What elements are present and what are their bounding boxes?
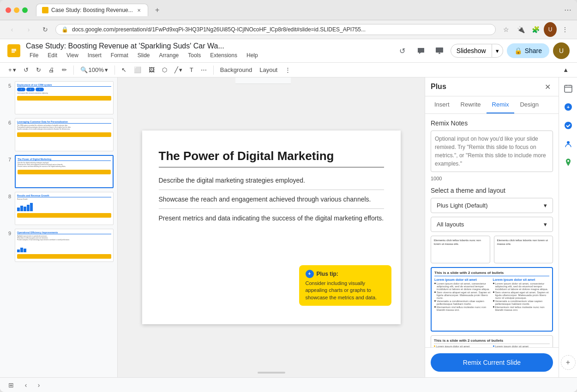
maximize-traffic-light[interactable]	[22, 7, 28, 13]
menu-insert[interactable]: Insert	[84, 51, 105, 59]
slide-item-8[interactable]: 8 Results and Revenue Growth Revenue Gro…	[4, 192, 114, 225]
forward-button[interactable]: ›	[22, 23, 35, 36]
menu-view[interactable]: View	[63, 51, 82, 59]
slide-bullet-1[interactable]: Describe the digital marketing strategie…	[159, 177, 384, 184]
extension2-button[interactable]: 🧩	[529, 23, 542, 36]
new-tab-button[interactable]: +	[152, 5, 163, 16]
slide-bullet-3[interactable]: Present metrics and data indicating the …	[159, 214, 384, 222]
menu-format[interactable]: Format	[107, 51, 132, 59]
layout-card-3[interactable]: This is a slide with 2 columns of bullet…	[431, 335, 553, 347]
sidebar-add-icon[interactable]: +	[561, 355, 576, 370]
cursor-tool-button[interactable]: ↖	[119, 65, 129, 75]
layout-card-1[interactable]: Elementu click tellus lobortis nunc non …	[431, 236, 490, 263]
menu-slide[interactable]: Slide	[134, 51, 154, 59]
panel-bottom: Remix Current Slide	[425, 347, 559, 377]
more-tools-button[interactable]: ⋯	[198, 65, 210, 75]
tab-remix[interactable]: Remix	[487, 96, 515, 113]
textbox-tool-button[interactable]: T	[187, 65, 196, 75]
shape-tool-button[interactable]: ⬡	[159, 65, 170, 75]
slide-item-5[interactable]: 5 Deployment of our CRM system 1 2 3 Lor…	[4, 81, 114, 114]
tab-insert[interactable]: Insert	[429, 96, 455, 113]
redo-button[interactable]: ↻	[33, 65, 44, 75]
present-button[interactable]	[432, 43, 447, 58]
next-slide-button[interactable]: ›	[33, 380, 44, 391]
slideshow-button[interactable]: Slideshow	[451, 44, 492, 58]
image-tool-button[interactable]: 🖼	[146, 65, 157, 75]
slide-item-6[interactable]: 6 Leveraging Customer Data for Personali…	[4, 118, 114, 151]
image-icon: 🖼	[149, 66, 155, 73]
slide-panel[interactable]: 5 Deployment of our CRM system 1 2 3 Lor…	[0, 77, 118, 377]
zoom-button[interactable]: 🔍 100% ▾	[78, 65, 111, 75]
tab-rewrite[interactable]: Rewrite	[455, 96, 487, 113]
panel-content: Remix Notes 1000 Select a theme and layo…	[425, 114, 559, 347]
address-bar[interactable]: 🔒 docs.google.com/presentation/d/1FwPd9x…	[55, 24, 496, 35]
tab-design[interactable]: Design	[514, 96, 544, 113]
slide-thumb-9[interactable]: Operational Efficiency Improvements High…	[15, 229, 114, 262]
sidebar-person-icon[interactable]	[561, 137, 576, 151]
sidebar-notification-icon[interactable]: +	[561, 100, 576, 114]
menu-help[interactable]: Help	[243, 51, 262, 59]
minimize-traffic-light[interactable]	[14, 7, 19, 13]
slide-item-9[interactable]: 9 Operational Efficiency Improvements Hi…	[4, 229, 114, 262]
more-options-toolbar-button[interactable]: ⋮	[282, 65, 294, 75]
profile-menu-button[interactable]: U	[544, 23, 557, 36]
layout-button[interactable]: Layout	[257, 65, 280, 75]
comment-button[interactable]	[414, 43, 428, 58]
remix-notes-textarea[interactable]	[431, 131, 553, 172]
paint-button[interactable]: ✏	[59, 65, 70, 75]
menu-arrange[interactable]: Arrange	[156, 51, 183, 59]
slide-bullet-2[interactable]: Showcase the reach and engagement achiev…	[159, 196, 384, 203]
layout-card-2[interactable]: Elementu click tellus lobortis non lorem…	[494, 236, 553, 263]
background-button[interactable]: Background	[217, 65, 255, 75]
layout-preview-area: Elementu click tellus lobortis nunc non …	[431, 236, 553, 347]
slideshow-dropdown-button[interactable]: ▾	[492, 44, 503, 58]
layout-card-selected[interactable]: This is a slide with 2 columns of bullet…	[431, 267, 553, 332]
textbox-icon: T	[190, 66, 193, 73]
menu-tools[interactable]: Tools	[184, 51, 204, 59]
back-button[interactable]: ‹	[6, 23, 18, 36]
sidebar-map-icon[interactable]	[561, 155, 576, 170]
undo-button[interactable]: ↺	[21, 65, 31, 75]
extension-button[interactable]: 🔌	[514, 23, 527, 36]
print-button[interactable]: 🖨	[46, 65, 57, 75]
dot-l1	[434, 283, 436, 284]
select-tool-button[interactable]: ⬜	[131, 65, 144, 75]
slide-title[interactable]: The Power of Digital Marketing	[159, 149, 384, 163]
theme-dropdown[interactable]: Plus Light (Default) ▾	[431, 198, 553, 213]
remix-current-slide-button[interactable]: Remix Current Slide	[431, 353, 553, 372]
slide-thumb-5[interactable]: Deployment of our CRM system 1 2 3 Lorem…	[15, 81, 114, 114]
bar-c	[24, 249, 26, 252]
user-avatar-app[interactable]: U	[553, 42, 570, 59]
panel-close-button[interactable]: ✕	[542, 81, 553, 92]
share-button[interactable]: 🔒 Share	[507, 43, 549, 58]
tab-close-button[interactable]: ✕	[136, 7, 142, 13]
sidebar-calendar-icon[interactable]	[561, 81, 576, 96]
history-button[interactable]: ↺	[395, 43, 410, 58]
slide-thumb-6[interactable]: Leveraging Customer Data for Personaliza…	[15, 118, 114, 151]
close-traffic-light[interactable]	[6, 7, 11, 13]
slide-canvas[interactable]: The Power of Digital Marketing Describe …	[142, 131, 401, 324]
active-tab[interactable]: Case Study: Boosting Revenue... ✕	[36, 4, 148, 16]
url-text: docs.google.com/presentation/d/1FwPd9xqP…	[72, 26, 490, 33]
slide-thumb-8[interactable]: Results and Revenue Growth Revenue Growt…	[15, 192, 114, 225]
layout-label: Layout	[259, 66, 277, 73]
grid-view-button[interactable]: ⊞	[6, 380, 17, 391]
plus-tip-header: + Plus tip:	[306, 270, 385, 278]
menu-file[interactable]: File	[26, 51, 42, 59]
refresh-button[interactable]: ↻	[39, 23, 52, 36]
add-button[interactable]: + ▾	[6, 65, 19, 75]
menu-edit[interactable]: Edit	[44, 51, 61, 59]
sidebar-check-icon[interactable]	[561, 118, 576, 133]
prev-slide-button[interactable]: ‹	[20, 380, 31, 391]
more-options-button[interactable]: ⋮	[559, 23, 571, 36]
line-icon: ╱	[174, 66, 178, 73]
collapse-toolbar-button[interactable]: ▲	[560, 65, 571, 75]
slide-item-7[interactable]: 7 The Power of Digital Marketing Describ…	[4, 155, 114, 188]
line-tool-button[interactable]: ╱ ▾	[172, 65, 185, 75]
dot-l3	[434, 300, 436, 302]
bookmark-button[interactable]: ☆	[499, 23, 512, 36]
menu-extensions[interactable]: Extensions	[206, 51, 241, 59]
slide-number-9: 9	[4, 229, 11, 236]
slide-thumb-7[interactable]: The Power of Digital Marketing Describe …	[15, 155, 114, 188]
layout-dropdown[interactable]: All layouts ▾	[431, 217, 553, 232]
